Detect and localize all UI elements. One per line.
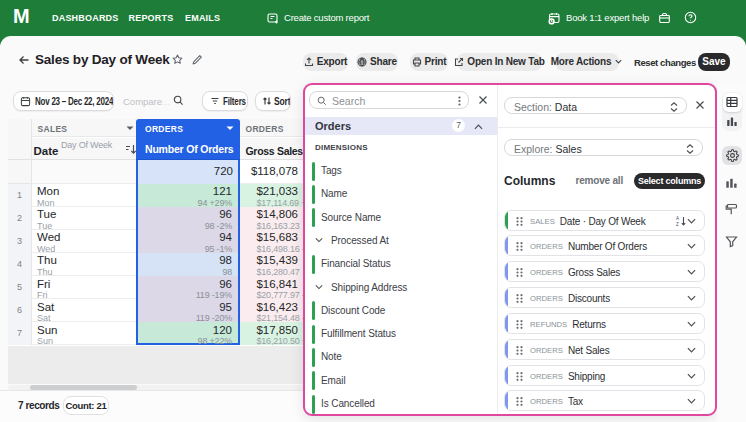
svg-text:Z: Z: [676, 221, 679, 226]
svg-text:A: A: [676, 216, 679, 221]
